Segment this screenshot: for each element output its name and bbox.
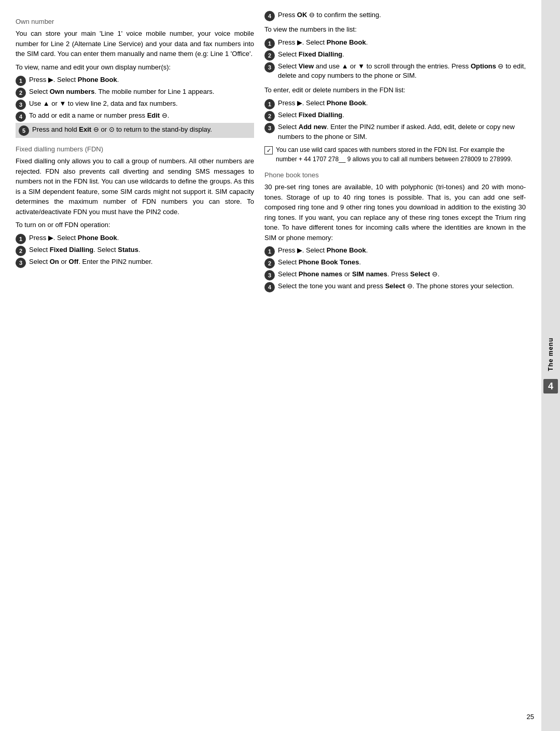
step-item: 3 Use ▲ or ▼ to view line 2, data and fa… xyxy=(16,99,254,110)
step-text-3: Select Phone names or SIM names. Press S… xyxy=(278,270,526,279)
page-number: 25 xyxy=(527,713,534,721)
view-numbers-label: To view the numbers in the list: xyxy=(264,24,526,35)
step-item: 4 Select the tone you want and press Sel… xyxy=(264,282,526,292)
step-text-1: Press ▶. Select Phone Book. xyxy=(278,246,526,256)
fdn-heading: Fixed dialling numbers (FDN) xyxy=(16,145,254,153)
right-column: 4 Press OK ⊖ to confirm the setting. To … xyxy=(264,10,526,721)
fdn-section: Fixed dialling numbers (FDN) Fixed diall… xyxy=(16,145,254,268)
step-item: 1 Press ▶. Select Phone Book. xyxy=(264,38,526,49)
step4-confirm: 4 Press OK ⊖ to confirm the setting. xyxy=(264,10,526,21)
left-column: Own number You can store your main 'Line… xyxy=(16,10,254,721)
fdn-para: Fixed dialling only allows you to call a… xyxy=(16,156,254,217)
step-item: 2 Select Own numbers. The mobile number … xyxy=(16,87,254,98)
step-number-4: 4 xyxy=(264,11,275,21)
step-number-2: 2 xyxy=(16,246,26,256)
step-number-3: 3 xyxy=(264,62,275,73)
step-text-2: Select Fixed Dialling. Select Status. xyxy=(29,245,254,255)
step-text-3: Select On or Off. Enter the PIN2 number. xyxy=(29,257,254,267)
step-number-2: 2 xyxy=(16,88,26,98)
step-number-1: 1 xyxy=(264,246,275,257)
step-item: 2 Select Fixed Dialling. Select Status. xyxy=(16,245,254,256)
step-number-3: 3 xyxy=(16,258,26,268)
own-number-heading: Own number xyxy=(16,18,254,25)
phone-book-tones-section: Phone book tones 30 pre-set ring tones a… xyxy=(264,171,526,292)
step-number-3: 3 xyxy=(16,100,26,110)
own-number-para1: You can store your main 'Line 1' voice m… xyxy=(16,29,254,59)
phone-book-tones-heading: Phone book tones xyxy=(264,171,526,179)
fdn-turn-on-label: To turn on or off FDN operation: xyxy=(16,220,254,230)
fdn-on-steps: 1 Press ▶. Select Phone Book. 2 Select F… xyxy=(16,233,254,268)
step-text-1: Press ▶. Select Phone Book. xyxy=(29,75,254,85)
step-text-2: Select Fixed Dialling. xyxy=(278,50,526,60)
step-item: 3 Select Add new. Enter the PIN2 number … xyxy=(264,122,526,142)
step-item: 2 Select Fixed Dialling. xyxy=(264,50,526,61)
phone-book-tones-para: 30 pre-set ring tones are available, 10 … xyxy=(264,182,526,243)
step-number-5: 5 xyxy=(19,125,29,136)
checkbox-note: ✓ You can use wild card spaces with numb… xyxy=(264,146,526,164)
step-number-1: 1 xyxy=(16,76,26,86)
phone-book-tones-steps: 1 Press ▶. Select Phone Book. 2 Select P… xyxy=(264,246,526,292)
step-item: 2 Select Phone Book Tones. xyxy=(264,258,526,269)
step-text-3: Use ▲ or ▼ to view line 2, data and fax … xyxy=(29,99,254,109)
step-text-4: Press OK ⊖ to confirm the setting. xyxy=(278,10,526,20)
step-item: 3 Select Phone names or SIM names. Press… xyxy=(264,270,526,280)
step-number-2: 2 xyxy=(264,258,275,269)
view-numbers-steps: 1 Press ▶. Select Phone Book. 2 Select F… xyxy=(264,38,526,81)
step-text-1: Press ▶. Select Phone Book. xyxy=(278,38,526,48)
step-number-2: 2 xyxy=(264,50,275,61)
sidebar-tab-label: The menu xyxy=(547,338,554,371)
step-number-1: 1 xyxy=(264,38,275,49)
step-number-3: 3 xyxy=(264,123,275,133)
step-text-4: To add or edit a name or number press Ed… xyxy=(29,111,254,121)
own-number-para2: To view, name and edit your own display … xyxy=(16,62,254,73)
step-item: 3 Select On or Off. Enter the PIN2 numbe… xyxy=(16,257,254,268)
checkbox-note-text: You can use wild card spaces with number… xyxy=(276,146,526,164)
own-number-section: Own number You can store your main 'Line… xyxy=(16,18,254,138)
step-item: 1 Press ▶. Select Phone Book. xyxy=(16,75,254,86)
step-number-1: 1 xyxy=(16,234,26,244)
fdn-edit-label: To enter, edit or delete numbers in the … xyxy=(264,85,526,95)
checkmark-icon: ✓ xyxy=(264,146,273,154)
sidebar-tab: The menu 4 xyxy=(541,0,560,731)
step-text-4: Select the tone you want and press Selec… xyxy=(278,282,526,291)
step-text-3: Select Add new. Enter the PIN2 number if… xyxy=(278,122,526,142)
step-text-3: Select View and use ▲ or ▼ to scroll thr… xyxy=(278,62,526,81)
step-number-2: 2 xyxy=(264,111,275,121)
step-number-4: 4 xyxy=(264,282,275,292)
step-text-5: Press and hold Exit ⊖ or ⊙ to return to … xyxy=(32,125,250,135)
step-item: 4 To add or edit a name or number press … xyxy=(16,111,254,122)
own-number-steps: 1 Press ▶. Select Phone Book. 2 Select O… xyxy=(16,75,254,138)
step-item: 1 Press ▶. Select Phone Book. xyxy=(264,99,526,109)
step-item: 2 Select Fixed Dialling. xyxy=(264,110,526,121)
step-text-1: Press ▶. Select Phone Book. xyxy=(278,99,526,108)
step-box-5: 5 Press and hold Exit ⊖ or ⊙ to return t… xyxy=(16,123,254,138)
step-number-4: 4 xyxy=(16,111,26,122)
fdn-edit-steps: 1 Press ▶. Select Phone Book. 2 Select F… xyxy=(264,99,526,142)
step-text-2: Select Own numbers. The mobile number fo… xyxy=(29,87,254,97)
step-text-2: Select Phone Book Tones. xyxy=(278,258,526,268)
step-text-2: Select Fixed Dialling. xyxy=(278,110,526,120)
step-number-3: 3 xyxy=(264,270,275,280)
step-item: 1 Press ▶. Select Phone Book. xyxy=(16,233,254,244)
step-text-1: Press ▶. Select Phone Book. xyxy=(29,233,254,243)
step-item: 1 Press ▶. Select Phone Book. xyxy=(264,246,526,257)
step-number-1: 1 xyxy=(264,99,275,109)
step-item: 3 Select View and use ▲ or ▼ to scroll t… xyxy=(264,62,526,81)
sidebar-tab-number: 4 xyxy=(543,379,558,393)
